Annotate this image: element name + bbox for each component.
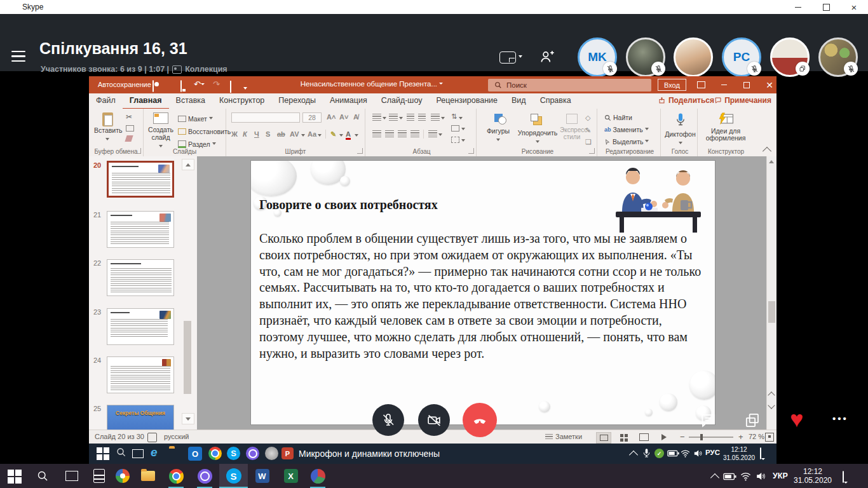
start-slideshow-icon[interactable] [230, 81, 231, 93]
shared-clock[interactable]: 12:1231.05.2020 [718, 445, 760, 462]
section-button[interactable]: Раздел [178, 140, 216, 148]
powerpoint-taskbar-icon[interactable]: P [281, 447, 294, 459]
window-minimize-button[interactable] [784, 0, 812, 14]
thumb-scroll-up-button[interactable] [182, 159, 194, 170]
clear-formatting-icon[interactable]: А̸ [353, 113, 358, 121]
menu-hamburger-icon[interactable] [11, 51, 25, 62]
thumb-scrollbar[interactable] [184, 321, 191, 394]
align-left-icon[interactable] [372, 130, 381, 137]
character-spacing-button[interactable]: AV [290, 130, 299, 138]
replace-button[interactable]: ab Заменить [604, 126, 649, 133]
slide-thumbnail-22[interactable] [107, 259, 174, 296]
more-options-button[interactable]: ••• [832, 413, 848, 424]
convert-smartart-icon[interactable] [451, 137, 459, 143]
shape-effects-icon[interactable]: ❏ [585, 138, 592, 146]
camera-off-button[interactable] [418, 404, 450, 436]
start-button[interactable] [0, 464, 29, 488]
slide-thumbnail-20[interactable] [107, 161, 174, 198]
reset-button[interactable]: Восстановить [178, 128, 231, 135]
underline-button[interactable]: Ч [254, 130, 259, 138]
notes-button[interactable]: Заметки [545, 433, 582, 440]
italic-button[interactable]: К [243, 130, 247, 138]
align-center-icon[interactable] [385, 130, 394, 137]
new-slide-button[interactable]: Создать слайд [146, 112, 175, 152]
excel-icon[interactable]: X [276, 464, 305, 488]
shared-hidden-icons-chevron[interactable] [629, 451, 638, 459]
fit-to-window-icon[interactable] [765, 433, 774, 442]
slide-thumbnail-25[interactable]: Секреты Общения [107, 405, 174, 430]
viber-icon[interactable] [191, 464, 219, 488]
shared-battery-icon[interactable] [667, 449, 680, 458]
add-person-button[interactable] [539, 49, 555, 68]
previous-slide-button[interactable] [768, 391, 775, 398]
avatar-participant-6[interactable] [818, 37, 858, 77]
redo-icon[interactable]: ↷ [213, 79, 220, 89]
tab-insert[interactable]: Вставка [169, 93, 212, 108]
normal-view-button[interactable] [596, 432, 611, 444]
collapse-ribbon-icon[interactable] [763, 147, 771, 156]
ppt-search-box[interactable]: Поиск [488, 79, 651, 92]
end-call-button[interactable] [463, 403, 497, 437]
justify-icon[interactable] [410, 130, 419, 137]
audio-disabled-notification[interactable]: Микрофон и динамики отключены [299, 449, 440, 459]
shared-action-center-icon[interactable] [760, 447, 761, 459]
mic-muted-button[interactable] [372, 404, 404, 436]
design-ideas-button[interactable]: Идеи для оформления [703, 112, 749, 142]
format-painter-icon[interactable] [125, 135, 133, 142]
tab-view[interactable]: Вид [505, 93, 533, 108]
ppt-restore-button[interactable] [736, 76, 757, 93]
slide-thumbnail-23[interactable] [107, 308, 174, 345]
highlight-color-button[interactable]: ✎ [330, 130, 336, 139]
window-close-button[interactable]: × [840, 0, 868, 14]
shared-mic-tray-icon[interactable] [642, 448, 651, 459]
bold-button[interactable]: Ж [231, 130, 238, 138]
columns-icon[interactable] [428, 130, 437, 137]
word-icon[interactable]: W [248, 464, 276, 488]
increase-indent-icon[interactable] [418, 114, 426, 121]
tab-home[interactable]: Главная [123, 93, 169, 109]
tab-design[interactable]: Конструктор [212, 93, 271, 108]
numbering-icon[interactable] [389, 114, 398, 121]
share-button[interactable]: Поделиться [658, 96, 714, 105]
avatar-participant-2[interactable] [626, 37, 665, 77]
window-maximize-button[interactable] [812, 0, 840, 14]
save-icon[interactable] [180, 80, 182, 92]
zoom-slider-thumb[interactable] [700, 434, 703, 440]
quick-styles-button[interactable]: Экспресс-стили [560, 114, 584, 140]
quick-access-more-icon[interactable] [243, 83, 247, 94]
slide-thumbnail-21[interactable] [107, 211, 174, 248]
ribbon-display-options-button[interactable] [690, 76, 712, 93]
task-view-button[interactable] [57, 464, 86, 488]
sign-in-button[interactable]: Вход [658, 79, 686, 91]
language-indicator[interactable]: русский [164, 433, 189, 440]
zoom-slider-track[interactable] [689, 437, 733, 438]
chrome-icon[interactable] [162, 464, 191, 488]
shape-outline-icon[interactable]: ✎ [585, 126, 591, 135]
zoom-in-button[interactable]: + [738, 432, 743, 442]
font-name-input[interactable] [231, 112, 300, 123]
shapes-button[interactable]: Фигуры [484, 114, 513, 146]
shared-volume-icon[interactable] [693, 448, 703, 459]
action-center-icon[interactable] [843, 471, 844, 483]
tab-slideshow[interactable]: Слайд-шоу [374, 93, 430, 108]
tab-review[interactable]: Рецензирование [429, 93, 505, 108]
line-spacing-icon[interactable] [431, 114, 440, 121]
text-direction-icon[interactable]: ⇅ [451, 112, 457, 121]
arrange-button[interactable]: Упорядочить [517, 114, 559, 148]
dictate-button[interactable]: Диктофон [663, 112, 698, 149]
tab-animations[interactable]: Анимация [323, 93, 374, 108]
slideshow-view-button[interactable] [657, 432, 671, 442]
language-indicator[interactable]: УКР [773, 471, 788, 480]
slide-sorter-view-button[interactable] [616, 432, 630, 442]
clipboard-dialog-launcher[interactable] [135, 148, 141, 154]
font-color-button[interactable]: А [346, 130, 351, 140]
paste-button[interactable]: Вставить [94, 112, 121, 146]
shared-wifi-icon[interactable] [680, 448, 691, 459]
tab-transitions[interactable]: Переходы [271, 93, 323, 108]
antivirus-tray-icon[interactable]: ✓ [654, 449, 664, 458]
outlook-icon[interactable]: O [188, 447, 202, 461]
shared-chrome-icon[interactable] [208, 447, 222, 460]
avatar-participant-3[interactable] [674, 37, 713, 77]
switch-share-button[interactable] [743, 411, 762, 432]
decrease-indent-icon[interactable] [407, 114, 414, 121]
